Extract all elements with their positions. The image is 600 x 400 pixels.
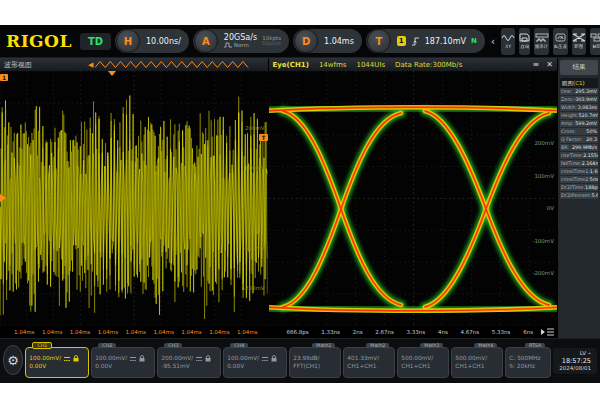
rtsa-span: S: 20kHz	[509, 363, 535, 370]
rtsa-name: RTSA	[525, 343, 545, 349]
delay-knob[interactable]: D	[294, 29, 318, 53]
eye-axis-label: 1.33ns	[321, 329, 340, 335]
math-expression: CH1+CH1	[347, 363, 376, 370]
delay-control[interactable]: D 1.04ms	[293, 29, 362, 53]
eye-diagram-icon	[572, 33, 586, 42]
lan-usb-status: LV	[580, 350, 586, 356]
measurement-row: Cross:50%	[560, 128, 598, 135]
channel-offset: 0.00V	[95, 363, 112, 370]
lock-icon	[73, 355, 79, 362]
channel-box[interactable]: CH2 100.00mV/ 0.00V	[91, 347, 155, 378]
waveform-time-axis: 1.04ms1.04ms1.04ms1.04ms1.04ms1.04ms1.04…	[0, 326, 268, 338]
eye-data-rate: Data Rate:300Mb/s	[395, 61, 462, 69]
rising-edge-icon	[411, 36, 420, 46]
math-scale: 500.00mV/	[401, 355, 433, 362]
system-date: 2024/08/01	[559, 365, 591, 372]
eye-axis-label: 2.67ns	[375, 329, 394, 335]
horizontal-knob[interactable]: H	[116, 29, 140, 53]
results-sidebar: 结果 眼图(C1) One:295.3mV Zero:-303.9mV Widt…	[558, 58, 600, 338]
eye-plot	[269, 71, 557, 326]
trigger-status-badge[interactable]: TD	[80, 33, 111, 50]
eye-axis-label: 5.33ns	[492, 329, 511, 335]
horizontal-scale-control[interactable]: H 10.00ns/	[115, 29, 189, 53]
channel-scale: 100.00mV/	[95, 355, 127, 362]
eye-title: Eye(CH1)	[273, 61, 309, 69]
time-axis-label: 1.04ms	[70, 329, 90, 335]
eye-time-axis: 666.8ps 1.33ns 2ns 2.67ns 3.33ns 4ns 4.6…	[269, 326, 557, 338]
record-left-arrow-icon[interactable]: ◀	[88, 61, 93, 69]
trigger-noise-flag: N	[471, 37, 477, 45]
measurement-row: DCDPercent:5.6%	[560, 192, 598, 199]
toolbar-storage-button[interactable]: 存储	[519, 28, 530, 55]
channel-box[interactable]: CH3 200.00mV/ -95.51mV	[157, 347, 221, 378]
math-boxes: Math1 23.98dB/ FFT(CH1) Math2 401.33mV/ …	[289, 343, 503, 378]
power-plug-icon: ⌁	[588, 350, 591, 356]
rtsa-box[interactable]: RTSA C: 500MHz S: 20kHz	[505, 347, 551, 378]
record-strip: ◀	[88, 60, 250, 69]
channel-boxes: CH1 100.00mV/ 0.00V CH2 100.00mV/ 0.00V …	[25, 343, 287, 378]
toolbar-decode-button[interactable]: 解码	[590, 28, 600, 55]
channel-scale: 200.00mV/	[161, 355, 193, 362]
time-axis-label: 1.04ms	[181, 329, 201, 335]
trigger-level-value: 187.10mV	[425, 37, 466, 46]
waveform-view-window: 波形视图 ◀ 200mV 100mV 0V -100mV -200mV 1 T	[0, 58, 269, 338]
acquisition-knob[interactable]: A	[194, 29, 218, 53]
eye-diagram-window: Eye(CH1) 14wfms 1044UIs Data Rate:300Mb/…	[269, 58, 558, 338]
math-scale: 500.00mV/	[455, 355, 487, 362]
channel-offset: -95.51mV	[161, 363, 189, 370]
eye-ui-count: 1044UIs	[356, 61, 385, 69]
channel-box[interactable]: CH4 100.00mV/ 0.00V	[223, 347, 287, 378]
trigger-level-marker[interactable]: T	[259, 134, 267, 141]
lock-icon	[205, 355, 211, 362]
results-title[interactable]: 结果	[560, 60, 598, 75]
math-box[interactable]: Math3 500.00mV/ CH1+CH1	[397, 347, 449, 378]
window-close-icon[interactable]: ✕	[546, 60, 553, 69]
toolbar-counter-button[interactable]: 频率计	[534, 28, 549, 55]
measurement-row: crossTime2:5ns	[560, 176, 598, 183]
measurement-row: fallTime:2.164ns	[560, 160, 598, 167]
trigger-knob[interactable]: T	[367, 29, 391, 53]
math-scale: 23.98dB/	[293, 355, 319, 362]
measurement-row: riseTime:2.155ns	[560, 152, 598, 159]
eye-graticule: 200mV 100mV 0V -100mV -200mV	[269, 71, 557, 326]
math-box[interactable]: Math1 23.98dB/ FFT(CH1)	[289, 347, 341, 378]
clock-box: LV ⌁ 18:57:25 2024/08/01	[553, 348, 597, 375]
channel-offset: 0.00V	[227, 363, 244, 370]
measurement-row: Amp:599.2mV	[560, 120, 598, 127]
eye-waveform-count: 14wfms	[319, 61, 347, 69]
channel-name: CH4	[230, 343, 248, 349]
toolbar-prev-chevron[interactable]: ‹	[489, 35, 497, 48]
lock-icon	[271, 355, 277, 362]
window-menu-icon[interactable]: ≡	[533, 60, 540, 69]
toolbar-voltmeter-button[interactable]: 电压表	[553, 28, 568, 55]
channel1-ground-marker[interactable]	[0, 194, 6, 202]
trigger-position-marker[interactable]	[108, 71, 116, 76]
time-axis-label: 1.04ms	[153, 329, 173, 335]
voltmeter-icon	[555, 33, 566, 42]
xy-waveform-icon	[501, 33, 515, 42]
time-axis-label: 1.04ms	[209, 329, 229, 335]
sample-rate-value: 20GSa/s	[224, 34, 257, 43]
lock-icon	[139, 355, 145, 362]
waveform-view-header[interactable]: 波形视图 ◀	[0, 58, 268, 71]
toolbar-xy-button[interactable]: XY	[501, 28, 515, 55]
math-expression: FFT(CH1)	[293, 363, 320, 370]
eye-diagram-header[interactable]: Eye(CH1) 14wfms 1044UIs Data Rate:300Mb/…	[269, 58, 557, 71]
waveform-view-title: 波形视图	[4, 60, 32, 70]
math-box[interactable]: Math4 500.00mV/ CH1+CH1	[451, 347, 503, 378]
measurement-row: Height:510.7mV	[560, 112, 598, 119]
top-toolbar: RIGOL TD H 10.00ns/ A 20GSa/s Norm 10kpt…	[0, 25, 600, 58]
measurement-row: Q Factor:20.3	[560, 136, 598, 143]
time-axis-label: 1.04ms	[126, 329, 146, 335]
acquire-mode: Norm	[234, 42, 249, 48]
trigger-control[interactable]: T 1 187.10mV N	[366, 29, 485, 53]
channel-box[interactable]: CH1 100.00mV/ 0.00V	[25, 347, 89, 378]
channel-name: CH2	[98, 343, 116, 349]
math-box[interactable]: Math2 401.33mV/ CH1+CH1	[343, 347, 395, 378]
toolbar-eye-button[interactable]: 眼图	[572, 28, 586, 55]
menu-expand-icon[interactable]	[539, 327, 555, 337]
settings-gear-button[interactable]: ⚙	[3, 345, 23, 375]
channel1-marker[interactable]: 1	[0, 74, 8, 81]
results-tab-eye-c1[interactable]: 眼图(C1)	[560, 78, 598, 88]
acquisition-control[interactable]: A 20GSa/s Norm 10kpts 50ps/pt	[193, 29, 289, 53]
